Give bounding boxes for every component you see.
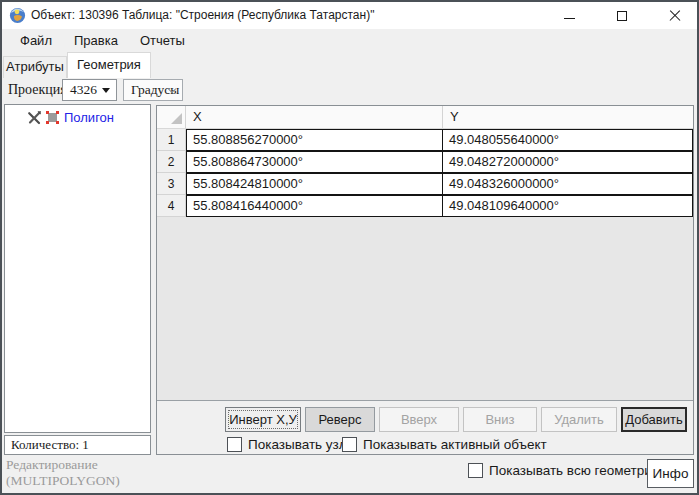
dropdown-arrow-icon [102, 88, 110, 93]
show-active-object-checkbox[interactable] [342, 437, 357, 452]
cell-x[interactable]: 55.808856270000° [186, 129, 443, 151]
tab-geometry[interactable]: Геометрия [67, 52, 151, 78]
edit-mode-line2: (MULTIPOLYGON) [6, 473, 120, 489]
row-number[interactable]: 1 [157, 129, 186, 151]
edit-mode-line1: Редактирование [6, 457, 120, 473]
titlebar: Объект: 130396 Таблица: "Строения (Респу… [2, 2, 697, 29]
show-active-object-label: Показывать активный объект [363, 436, 547, 454]
coordinates-group: X Y 1 55.808856270000° 49.048055640000° … [156, 105, 694, 455]
move-down-button: Вниз [463, 407, 537, 432]
globe-icon [9, 7, 26, 24]
close-button[interactable] [657, 2, 693, 29]
show-nodes-checkbox[interactable] [227, 437, 242, 452]
coordinates-table: X Y 1 55.808856270000° 49.048055640000° … [157, 106, 693, 401]
table-row: 2 55.808864730000° 49.048272000000° [157, 151, 693, 173]
add-button[interactable]: Добавить [621, 407, 687, 432]
tabbar: Атрибуты Геометрия [2, 52, 697, 78]
reverse-button[interactable]: Реверс [305, 407, 375, 432]
cell-y[interactable]: 49.048326000000° [442, 173, 693, 195]
table-row: 3 55.808424810000° 49.048326000000° [157, 173, 693, 195]
tree-item-polygon[interactable]: Полигон [5, 109, 150, 127]
invert-xy-button[interactable]: Инверт Х,У [225, 407, 301, 432]
projection-value: 4326 [70, 80, 97, 100]
edit-tools-icon [27, 110, 42, 125]
tree-item-label[interactable]: Полигон [64, 109, 114, 127]
minimize-icon [564, 18, 575, 19]
show-nodes-label: Показывать узлы [248, 436, 356, 454]
select-all-corner[interactable] [157, 106, 186, 128]
close-icon [669, 10, 681, 22]
column-header-x[interactable]: X [186, 106, 443, 128]
geometry-tree-panel: Полигон [4, 104, 151, 433]
show-all-geometry-label: Показывать всю геометрию [489, 462, 662, 480]
menu-reports[interactable]: Отчеты [130, 30, 195, 52]
minimize-button[interactable] [551, 2, 587, 29]
cell-x[interactable]: 55.808864730000° [186, 151, 443, 173]
column-header-y[interactable]: Y [443, 106, 693, 128]
cell-y[interactable]: 49.048272000000° [442, 151, 693, 173]
projection-row: Проекция: 4326 Градусы [2, 78, 697, 102]
row-number[interactable]: 3 [157, 173, 186, 195]
table-header: X Y [157, 106, 693, 129]
show-all-geometry-checkbox[interactable] [468, 463, 483, 478]
cell-y[interactable]: 49.048055640000° [442, 129, 693, 151]
count-box: Количество: 1 [4, 435, 151, 455]
menu-file[interactable]: Файл [10, 30, 62, 52]
cell-y[interactable]: 49.048109640000° [442, 195, 693, 217]
corner-triangle-icon [171, 113, 182, 124]
projection-select[interactable]: 4326 [62, 79, 117, 101]
polygon-vertices-icon [46, 111, 59, 124]
units-select[interactable]: Градусы [123, 79, 183, 101]
move-up-button: Вверх [379, 407, 459, 432]
menu-edit[interactable]: Правка [64, 30, 128, 52]
cell-x[interactable]: 55.808424810000° [186, 173, 443, 195]
maximize-button[interactable] [604, 2, 640, 29]
delete-button: Удалить [541, 407, 617, 432]
maximize-icon [617, 11, 627, 21]
tab-attributes[interactable]: Атрибуты [3, 56, 67, 78]
table-row: 1 55.808856270000° 49.048055640000° [157, 129, 693, 151]
table-row: 4 55.808416440000° 49.048109640000° [157, 195, 693, 217]
geometry-editor-window: Объект: 130396 Таблица: "Строения (Респу… [0, 0, 699, 495]
info-button[interactable]: Инфо [647, 459, 694, 488]
cell-x[interactable]: 55.808416440000° [186, 195, 443, 217]
window-title: Объект: 130396 Таблица: "Строения (Респу… [31, 2, 374, 29]
row-number[interactable]: 4 [157, 195, 186, 217]
menubar: Файл Правка Отчеты [2, 29, 697, 52]
edit-mode-status: Редактирование (MULTIPOLYGON) [6, 457, 120, 489]
row-number[interactable]: 2 [157, 151, 186, 173]
